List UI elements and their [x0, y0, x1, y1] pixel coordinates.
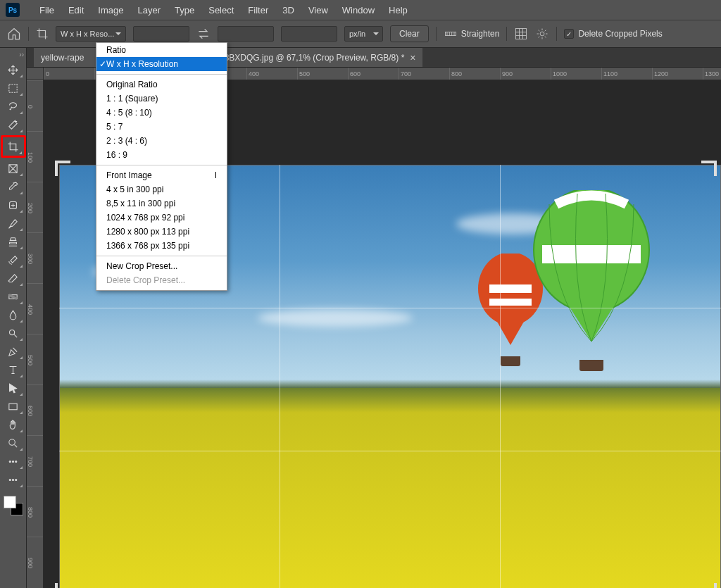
svg-point-11 [12, 461, 13, 462]
expand-toolbar-icon[interactable]: ›› [0, 51, 26, 61]
magic-wand-tool[interactable] [2, 115, 25, 134]
menu-help[interactable]: Help [383, 2, 413, 18]
crop-tool[interactable] [1, 135, 26, 158]
swap-dimensions-icon[interactable] [196, 27, 211, 41]
svg-point-15 [15, 479, 17, 480]
preset-4-5[interactable]: 4 : 5 (8 : 10) [96, 106, 227, 120]
ruler-tick: 600 [348, 68, 399, 80]
type-tool[interactable] [2, 361, 25, 379]
hand-tool[interactable] [2, 415, 25, 434]
tools-panel: ›› [0, 48, 27, 588]
preset-original-ratio[interactable]: Original Ratio [96, 77, 227, 92]
straighten-button[interactable]: Straighten [444, 27, 500, 41]
ruler-tick: 400 [246, 68, 297, 80]
menu-separator [96, 74, 227, 75]
eyedropper-tool[interactable] [2, 177, 25, 196]
crop-width-input[interactable] [133, 26, 189, 42]
preset-5-7[interactable]: 5 : 7 [96, 120, 227, 134]
vertical-ruler: 0 100 200 300 400 500 600 700 800 900 [27, 80, 44, 588]
zoom-tool[interactable] [2, 434, 25, 452]
preset-4x5-300[interactable]: 4 x 5 in 300 ppi [96, 182, 227, 196]
preset-1024x768-92[interactable]: 1024 x 768 px 92 ppi [96, 211, 227, 225]
preset-16-9[interactable]: 16 : 9 [96, 148, 227, 162]
marquee-tool[interactable] [2, 79, 25, 97]
brush-tool[interactable] [2, 214, 25, 232]
crop-handle-top-left[interactable] [55, 161, 70, 176]
crop-height-input[interactable] [218, 26, 274, 42]
crop-handle-bottom-right[interactable] [701, 583, 717, 588]
menu-image[interactable]: Image [92, 2, 129, 18]
ruler-tick: 700 [399, 68, 449, 80]
clear-button[interactable]: Clear [390, 25, 429, 42]
divider [506, 27, 507, 41]
menu-layer[interactable]: Layer [132, 2, 167, 18]
menu-view[interactable]: View [303, 2, 334, 18]
preset-85x11-300[interactable]: 8,5 x 11 in 300 ppi [96, 196, 227, 211]
crop-handle-bottom-left[interactable] [55, 583, 70, 588]
close-tab-icon[interactable]: × [410, 52, 415, 63]
gradient-tool[interactable] [2, 287, 25, 306]
svg-point-10 [9, 461, 11, 462]
svg-point-7 [10, 330, 15, 334]
lasso-tool[interactable] [2, 97, 25, 115]
menu-select[interactable]: Select [203, 2, 239, 18]
ruler-tick: 500 [297, 68, 348, 80]
ruler-tick: 400 [27, 283, 43, 334]
svg-rect-8 [9, 404, 17, 410]
svg-rect-1 [516, 29, 527, 39]
menu-3d[interactable]: 3D [277, 2, 300, 18]
crop-preset-dropdown[interactable]: W x H x Reso... [56, 26, 126, 42]
edit-toolbar[interactable] [2, 470, 25, 489]
crop-resolution-input[interactable] [281, 26, 337, 42]
resolution-unit-dropdown[interactable]: px/in [344, 26, 383, 42]
menu-edit[interactable]: Edit [63, 2, 89, 18]
ruler-tick: 1300 [703, 68, 721, 80]
preset-1280x800-113[interactable]: 1280 x 800 px 113 ppi [96, 225, 227, 239]
new-crop-preset[interactable]: New Crop Preset... [96, 259, 227, 273]
home-icon[interactable] [7, 27, 21, 41]
pen-tool[interactable] [2, 342, 25, 361]
straighten-label: Straighten [461, 29, 500, 39]
foreground-color-swatch[interactable] [4, 496, 16, 508]
menu-type[interactable]: Type [169, 2, 200, 18]
preset-front-image[interactable]: Front Image [96, 168, 227, 182]
rectangle-tool[interactable] [2, 397, 25, 415]
color-swatches[interactable] [4, 496, 23, 515]
menu-window[interactable]: Window [337, 2, 380, 18]
menu-separator [96, 165, 227, 165]
healing-brush-tool[interactable] [2, 196, 25, 214]
svg-point-12 [15, 461, 17, 462]
app-logo[interactable]: Ps [6, 3, 20, 17]
svg-point-14 [12, 479, 13, 480]
menu-filter[interactable]: Filter [242, 2, 274, 18]
preset-wxhres[interactable]: W x H x Resolution [96, 57, 227, 71]
menu-bar: Ps File Edit Image Layer Type Select Fil… [0, 0, 721, 20]
history-brush-tool[interactable] [2, 251, 25, 269]
ruler-tick: 0 [27, 80, 43, 131]
menu-separator [96, 256, 227, 256]
more-tools[interactable] [2, 452, 25, 470]
move-tool[interactable] [2, 61, 25, 79]
delete-cropped-checkbox[interactable]: Delete Cropped Pixels [564, 29, 662, 39]
preset-ratio[interactable]: Ratio [96, 43, 227, 57]
preset-1366x768-135[interactable]: 1366 x 768 px 135 ppi [96, 239, 227, 253]
preset-1-1[interactable]: 1 : 1 (Square) [96, 92, 227, 106]
clone-stamp-tool[interactable] [2, 232, 25, 251]
overlay-grid-icon[interactable] [514, 27, 528, 41]
ruler-tick: 0 [44, 68, 94, 80]
image-field [60, 388, 720, 588]
crop-settings-icon[interactable] [535, 27, 549, 41]
blur-tool[interactable] [2, 306, 25, 324]
checkbox-icon [564, 29, 574, 39]
ruler-tick: 800 [449, 68, 500, 80]
eraser-tool[interactable] [2, 269, 25, 287]
svg-point-13 [9, 479, 11, 480]
dodge-tool[interactable] [2, 324, 25, 342]
crop-handle-top-right[interactable] [701, 161, 717, 176]
preset-2-3[interactable]: 2 : 3 (4 : 6) [96, 134, 227, 148]
path-selection-tool[interactable] [2, 379, 25, 397]
document-tab[interactable]: yellow-rape W3BXDQG.jpg @ 67,1% (Crop Pr… [34, 48, 422, 67]
frame-tool[interactable] [2, 159, 25, 177]
menu-file[interactable]: File [34, 2, 60, 18]
ruler-tick: 900 [500, 68, 551, 80]
